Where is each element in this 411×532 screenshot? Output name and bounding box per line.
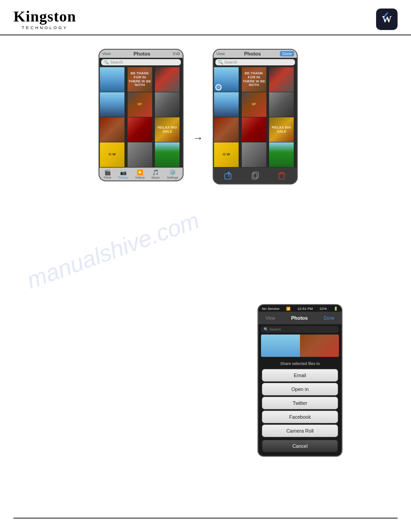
share-preview-right [300, 335, 339, 357]
phone1-photo-grid: BE THANK FOR IN THERE W BE NOTH SF RELAX… [99, 67, 183, 167]
svg-rect-2 [252, 173, 257, 179]
tab-videos[interactable]: ▶️ Videos [135, 169, 145, 179]
photo2-cell-7[interactable] [214, 117, 239, 142]
search-icon-3: 🔍 [264, 327, 268, 331]
photo-cell-6[interactable] [155, 92, 180, 117]
page-footer [13, 518, 398, 519]
copy-action-icon[interactable] [246, 170, 264, 181]
watermark: manualshive.com [23, 207, 203, 294]
camera-roll-button[interactable]: Camera Roll [262, 425, 338, 437]
tab-settings-label: Settings [167, 176, 178, 179]
phone1-search-placeholder: Search [110, 60, 123, 64]
status-wifi-icon: 📶 [286, 307, 291, 311]
photo2-cell-9[interactable]: RELAX BIG SALE [269, 117, 294, 142]
page-header: Kingston TECHNOLOGY W [0, 0, 411, 35]
email-button[interactable]: Email [262, 369, 338, 382]
tab-music-label: Music [152, 176, 160, 179]
svg-rect-0 [225, 174, 231, 179]
selected-badge-1 [215, 84, 222, 90]
photo-cell-3[interactable] [155, 67, 180, 92]
phone2-topbar: View Photos Done [214, 50, 297, 58]
phone2-done-btn[interactable]: Done [280, 51, 294, 56]
share-view-btn[interactable]: View [262, 314, 279, 322]
main-content: View Photos Edit 🔍 Search BE THANK FOR I… [0, 35, 411, 528]
phone2-mockup: View Photos Done 🔍 Search BE THANK FOR I… [213, 49, 298, 184]
tab-photos-label: Photos [118, 176, 128, 179]
share-title: Photos [287, 313, 311, 322]
photo-cell-11[interactable] [128, 142, 152, 167]
photo2-cell-1[interactable] [214, 67, 239, 92]
tab-videos-label: Videos [135, 176, 145, 179]
photo2-cell-8[interactable] [242, 117, 266, 142]
photo-cell-10[interactable]: O W [100, 142, 124, 167]
search-icon-2: 🔍 [218, 60, 223, 64]
status-time: 12:51 PM [297, 307, 313, 311]
twitter-button[interactable]: Twitter [262, 397, 338, 409]
photo-cell-5[interactable]: SF [128, 92, 152, 117]
photo-cell-8[interactable] [128, 117, 152, 142]
phone1-view-btn[interactable]: View [102, 51, 111, 56]
photo-cell-4[interactable] [100, 92, 124, 117]
open-in-button[interactable]: Open in [262, 383, 338, 395]
tab-films-label: Films [104, 176, 111, 179]
status-battery: 22% [320, 307, 327, 311]
phone1-topbar: View Photos Edit [99, 50, 183, 58]
delete-action-icon[interactable] [273, 170, 291, 181]
phone1-bottom-nav: 🎬 Films 📷 Photos ▶️ Videos 🎵 Music ⚙️ Se… [99, 167, 183, 180]
phone1-mockup: View Photos Edit 🔍 Search BE THANK FOR I… [98, 49, 184, 181]
phone1-title: Photos [111, 51, 173, 56]
photo2-cell-3[interactable] [269, 67, 294, 92]
photo-cell-1[interactable] [100, 67, 124, 92]
tab-films[interactable]: 🎬 Films [104, 169, 111, 179]
tab-music[interactable]: 🎵 Music [152, 169, 160, 179]
photo2-cell-6[interactable] [269, 92, 294, 117]
phone2-action-bar [214, 167, 297, 184]
photo2-cell-12[interactable] [269, 142, 294, 167]
svg-rect-3 [253, 172, 258, 178]
svg-rect-4 [279, 174, 284, 179]
wifi-signal-icon [378, 10, 390, 23]
status-carrier: No Service [262, 307, 279, 311]
photo2-cell-10[interactable]: O W [214, 142, 239, 167]
search-icon: 🔍 [104, 60, 109, 64]
wifi-app-icon: W [376, 9, 398, 30]
phone1-search[interactable]: 🔍 Search [101, 59, 181, 65]
share-status-bar: No Service 📶 12:51 PM 22% 🔋 [258, 305, 342, 312]
share-label: Share selected files to [258, 360, 342, 368]
phone2-view-btn[interactable]: View [216, 51, 225, 56]
share-search-placeholder: Search [270, 327, 281, 331]
share-action-icon[interactable] [220, 170, 238, 181]
phone1-edit-btn[interactable]: Edit [173, 51, 180, 56]
share-preview-left [261, 335, 300, 357]
phone2-photo-grid: BE THANK FOR IN THERE W BE NOTH SF RELAX… [214, 67, 297, 167]
tab-settings[interactable]: ⚙️ Settings [167, 169, 178, 179]
share-done-btn[interactable]: Done [320, 314, 338, 322]
photo2-cell-2[interactable]: BE THANK FOR IN THERE W BE NOTH [242, 67, 266, 92]
photo-cell-7[interactable] [100, 117, 124, 142]
share-title-bar: View Photos Done [258, 312, 342, 324]
cancel-button[interactable]: Cancel [262, 440, 338, 452]
battery-icon: 🔋 [334, 307, 338, 311]
kingston-logo: Kingston TECHNOLOGY [13, 8, 76, 30]
share-preview-image [261, 335, 339, 357]
phone2-search-placeholder: Search [224, 60, 237, 64]
transition-arrow: → [193, 132, 203, 144]
photo-cell-12[interactable] [155, 142, 180, 167]
photo-cell-2[interactable]: BE THANK FOR IN THERE W BE NOTH [128, 67, 152, 92]
photo2-cell-11[interactable] [242, 142, 266, 167]
photo2-cell-5[interactable]: SF [242, 92, 266, 117]
share-sheet-phone: No Service 📶 12:51 PM 22% 🔋 View Photos … [257, 304, 342, 457]
facebook-button[interactable]: Facebook [262, 411, 338, 423]
phone2-title: Photos [225, 51, 280, 56]
photo-cell-9[interactable]: RELAX BIG SALE [155, 117, 180, 142]
photo2-cell-4[interactable] [214, 92, 239, 117]
phone2-search[interactable]: 🔍 Search [215, 59, 295, 65]
tab-photos[interactable]: 📷 Photos [118, 169, 128, 179]
share-search[interactable]: 🔍 Search [261, 326, 339, 333]
